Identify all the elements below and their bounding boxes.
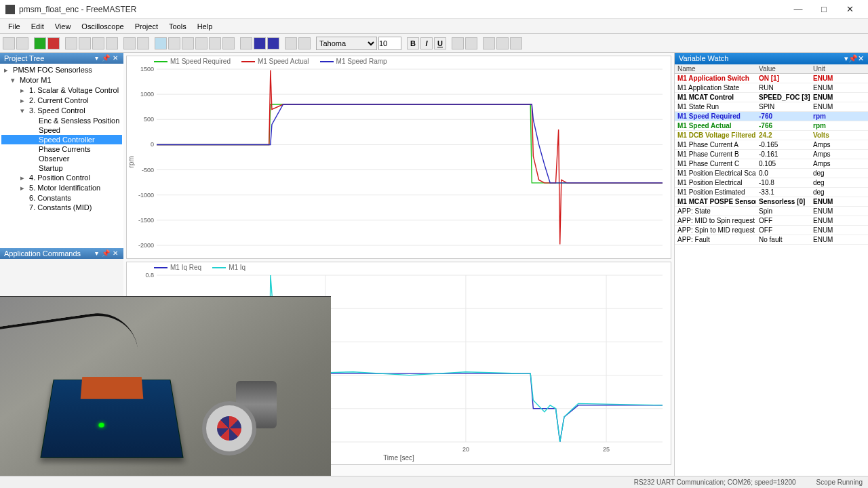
- table-row[interactable]: M1 Position Electrical Scalar0.0deg: [675, 169, 868, 178]
- tree-node[interactable]: ▸ 1. Scalar & Voltage Control: [1, 85, 122, 96]
- var-value[interactable]: SPIN: [756, 102, 810, 111]
- tree-node[interactable]: ▸ 4. Position Control: [1, 173, 122, 183]
- panel-pin-icon[interactable]: 📌: [848, 54, 858, 63]
- align-left-icon[interactable]: [483, 37, 495, 49]
- tree-node[interactable]: ▸ 2. Current Control: [1, 96, 122, 106]
- var-value[interactable]: -10.8: [756, 178, 810, 187]
- var-value[interactable]: 24.2: [756, 131, 810, 140]
- fontsize-input[interactable]: [378, 37, 401, 50]
- menu-file[interactable]: File: [3, 22, 26, 30]
- tree-node[interactable]: Startup: [1, 163, 122, 173]
- col-header[interactable]: Unit: [810, 64, 851, 73]
- var-value[interactable]: Sensorless [0]: [756, 197, 810, 206]
- tool-generic-icon[interactable]: [465, 37, 477, 49]
- panel-pin-icon[interactable]: 📌: [102, 249, 110, 258]
- var-value[interactable]: OFF: [756, 226, 810, 235]
- menu-oscilloscope[interactable]: Oscilloscope: [76, 22, 129, 30]
- tool-generic-icon[interactable]: [222, 37, 235, 49]
- var-value[interactable]: ON [1]: [756, 74, 810, 83]
- tree-node[interactable]: 6. Constants: [1, 193, 122, 203]
- tool-generic-icon[interactable]: [195, 37, 208, 49]
- align-center-icon[interactable]: [496, 37, 509, 49]
- tool-generic-icon[interactable]: [137, 37, 149, 49]
- panel-close-icon[interactable]: ✕: [858, 54, 864, 63]
- tool-generic-icon[interactable]: [92, 37, 104, 49]
- table-row[interactable]: M1 Position Electrical-10.8deg: [675, 178, 868, 188]
- table-row[interactable]: M1 Phase Current B-0.161Amps: [675, 150, 868, 159]
- tree-node[interactable]: Observer: [1, 154, 122, 163]
- var-value[interactable]: -33.1: [756, 188, 810, 197]
- table-row[interactable]: M1 Speed Actual-766rpm: [675, 121, 868, 131]
- table-row[interactable]: M1 MCAT POSPE SensorSensorless [0]ENUM: [675, 197, 868, 207]
- var-value[interactable]: OFF: [756, 216, 810, 225]
- table-row[interactable]: APP: FaultNo faultENUM: [675, 235, 868, 245]
- tree-node[interactable]: Speed Controller: [1, 135, 122, 144]
- tree-root[interactable]: ▸ PMSM FOC Sensorless: [1, 65, 122, 75]
- table-row[interactable]: M1 Phase Current A-0.165Amps: [675, 140, 868, 150]
- var-value[interactable]: -0.165: [756, 140, 810, 149]
- tool-generic-icon[interactable]: [106, 37, 118, 49]
- tool-open-icon[interactable]: [3, 37, 15, 49]
- table-row[interactable]: M1 State RunSPINENUM: [675, 102, 868, 112]
- tree-node[interactable]: Enc & Sensless Position: [1, 116, 122, 125]
- tool-generic-icon[interactable]: [452, 37, 464, 49]
- menu-edit[interactable]: Edit: [26, 22, 50, 30]
- var-value[interactable]: -766: [756, 121, 810, 130]
- tool-generic-icon[interactable]: [123, 37, 136, 49]
- tool-generic-icon[interactable]: [79, 37, 91, 49]
- tool-save-icon[interactable]: [16, 37, 28, 49]
- tool-generic-icon[interactable]: [285, 37, 297, 49]
- tree-node[interactable]: Phase Currents: [1, 144, 122, 154]
- panel-close-icon[interactable]: ✕: [111, 249, 119, 258]
- var-value[interactable]: -760: [756, 112, 810, 121]
- bold-button[interactable]: B: [407, 37, 419, 49]
- var-value[interactable]: SPEED_FOC [3]: [756, 93, 810, 102]
- table-row[interactable]: M1 Application StateRUNENUM: [675, 83, 868, 93]
- project-tree[interactable]: ▸ PMSM FOC Sensorless▾ Motor M1▸ 1. Scal…: [0, 64, 123, 248]
- table-row[interactable]: APP: MID to Spin requestOFFENUM: [675, 216, 868, 226]
- table-row[interactable]: APP: Spin to MID requestOFFENUM: [675, 226, 868, 235]
- var-value[interactable]: 0.0: [756, 169, 810, 178]
- var-value[interactable]: No fault: [756, 235, 810, 244]
- tool-generic-icon[interactable]: [65, 37, 77, 49]
- panel-close-icon[interactable]: ✕: [111, 54, 119, 62]
- tree-node[interactable]: ▸ 5. Motor Identification: [1, 183, 122, 193]
- underline-button[interactable]: U: [434, 37, 446, 49]
- col-header[interactable]: Value: [756, 64, 810, 73]
- close-button[interactable]: ✕: [837, 2, 863, 17]
- table-row[interactable]: M1 MCAT ControlSPEED_FOC [3]ENUM: [675, 93, 868, 102]
- tool-arrow-down-icon[interactable]: [267, 37, 279, 49]
- table-row[interactable]: M1 Speed Required-760rpm: [675, 112, 868, 121]
- font-select[interactable]: Tahoma: [316, 37, 377, 50]
- table-row[interactable]: APP: StateSpinENUM: [675, 207, 868, 216]
- panel-pin-icon[interactable]: 📌: [102, 54, 110, 62]
- tool-generic-icon[interactable]: [182, 37, 194, 49]
- table-row[interactable]: M1 Phase Current C0.105Amps: [675, 159, 868, 169]
- maximize-button[interactable]: □: [811, 2, 837, 17]
- minimize-button[interactable]: —: [785, 2, 811, 17]
- tool-generic-icon[interactable]: [298, 37, 311, 49]
- menu-project[interactable]: Project: [130, 22, 163, 30]
- table-row[interactable]: M1 DCB Voltage Filtered24.2Volts: [675, 131, 868, 140]
- tool-arrow-up-icon[interactable]: [254, 37, 266, 49]
- var-value[interactable]: Spin: [756, 207, 810, 216]
- tree-node[interactable]: 7. Constants (MID): [1, 203, 122, 212]
- tree-node[interactable]: ▾ Motor M1: [1, 75, 122, 85]
- tool-generic-icon[interactable]: [168, 37, 180, 49]
- menu-help[interactable]: Help: [192, 22, 218, 30]
- tree-node[interactable]: ▾ 3. Speed Control: [1, 106, 122, 116]
- var-value[interactable]: RUN: [756, 83, 810, 92]
- tool-generic-icon[interactable]: [209, 37, 221, 49]
- tool-stop-icon[interactable]: [47, 37, 60, 49]
- tree-node[interactable]: Speed: [1, 125, 122, 135]
- var-value[interactable]: 0.105: [756, 159, 810, 168]
- table-row[interactable]: M1 Position Estimated-33.1deg: [675, 188, 868, 197]
- align-right-icon[interactable]: [510, 37, 522, 49]
- menu-view[interactable]: View: [50, 22, 77, 30]
- italic-button[interactable]: I: [420, 37, 433, 49]
- tool-generic-icon[interactable]: [240, 37, 252, 49]
- tool-cursor-icon[interactable]: [155, 37, 167, 49]
- table-row[interactable]: M1 Application SwitchON [1]ENUM: [675, 74, 868, 83]
- menu-tools[interactable]: Tools: [163, 22, 192, 30]
- var-value[interactable]: -0.161: [756, 150, 810, 159]
